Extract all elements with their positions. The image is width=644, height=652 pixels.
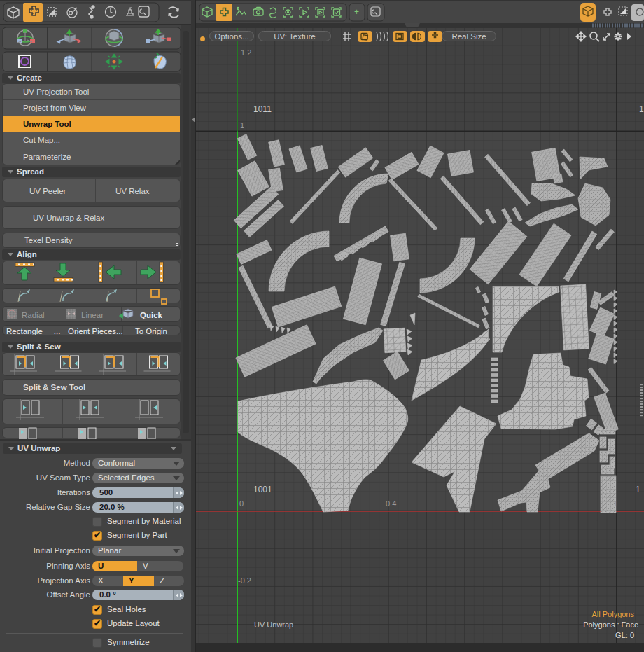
svg-text:All Polygons: All Polygons [592,610,634,618]
svg-text:+: + [354,7,359,17]
svg-text:0.4: 0.4 [386,499,396,508]
svg-text:Polygons : Face: Polygons : Face [583,620,638,629]
svg-text:-0.2: -0.2 [238,576,251,585]
svg-text:1: 1 [639,104,644,114]
svg-text:1: 1 [613,499,617,508]
svg-text:1: 1 [636,485,640,494]
svg-text:UV Unwrap: UV Unwrap [254,620,293,629]
svg-text:1.2: 1.2 [241,48,251,57]
svg-text:1: 1 [240,121,244,130]
svg-text:1011: 1011 [253,104,272,114]
svg-text:1001: 1001 [253,485,272,494]
svg-text:GL: 0: GL: 0 [615,631,634,639]
svg-text:0: 0 [239,499,244,508]
